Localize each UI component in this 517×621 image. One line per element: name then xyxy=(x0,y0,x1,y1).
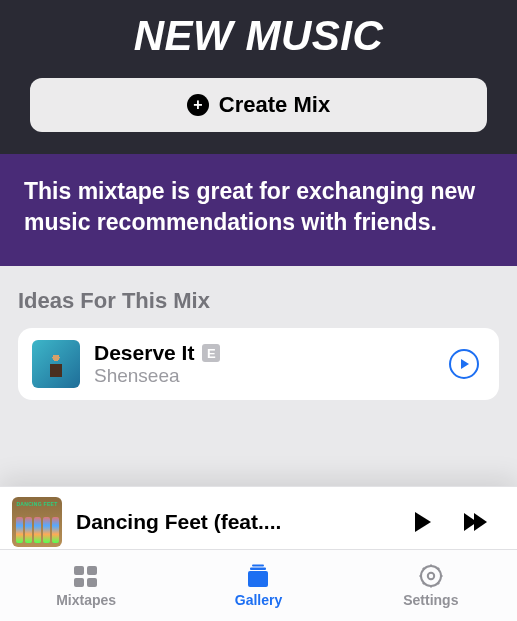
now-playing-cover: DANCING FEET xyxy=(12,497,62,547)
idea-info: Deserve It E Shenseea xyxy=(94,341,435,387)
svg-rect-4 xyxy=(248,571,268,587)
tab-settings[interactable]: Settings xyxy=(345,550,517,621)
plus-icon: + xyxy=(187,94,209,116)
cover-text: DANCING FEET xyxy=(16,501,57,507)
ideas-heading: Ideas For This Mix xyxy=(18,288,499,314)
hero-header: NEW MUSIC + Create Mix xyxy=(0,0,517,154)
svg-rect-1 xyxy=(87,566,97,575)
track-title: Deserve It xyxy=(94,341,194,365)
create-mix-label: Create Mix xyxy=(219,92,330,118)
play-button[interactable] xyxy=(401,502,441,542)
track-title-row: Deserve It E xyxy=(94,341,435,365)
page-title: NEW MUSIC xyxy=(30,12,487,60)
idea-item[interactable]: Deserve It E Shenseea xyxy=(18,328,499,400)
tab-bar: Mixtapes Gallery xyxy=(0,549,517,621)
explicit-badge: E xyxy=(202,344,220,362)
tab-gallery[interactable]: Gallery xyxy=(172,550,344,621)
tab-label: Settings xyxy=(403,592,458,608)
grid-icon xyxy=(71,563,101,589)
fast-forward-button[interactable] xyxy=(455,502,495,542)
svg-line-15 xyxy=(423,582,425,584)
svg-rect-6 xyxy=(252,565,264,567)
create-mix-button[interactable]: + Create Mix xyxy=(30,78,487,132)
svg-rect-0 xyxy=(74,566,84,575)
svg-rect-3 xyxy=(87,578,97,587)
svg-rect-2 xyxy=(74,578,84,587)
track-artist: Shenseea xyxy=(94,365,435,387)
album-cover xyxy=(32,340,80,388)
svg-line-14 xyxy=(437,582,439,584)
now-playing-bar[interactable]: DANCING FEET Dancing Feet (feat.... xyxy=(0,486,517,557)
tab-label: Mixtapes xyxy=(56,592,116,608)
tab-label: Gallery xyxy=(235,592,282,608)
svg-line-16 xyxy=(437,568,439,570)
preview-play-button[interactable] xyxy=(449,349,479,379)
now-playing-title: Dancing Feet (feat.... xyxy=(76,510,387,534)
tab-mixtapes[interactable]: Mixtapes xyxy=(0,550,172,621)
svg-line-13 xyxy=(423,568,425,570)
svg-rect-5 xyxy=(250,568,266,571)
mixtape-description: This mixtape is great for exchanging new… xyxy=(0,154,517,266)
svg-point-8 xyxy=(428,573,434,579)
gallery-icon xyxy=(243,563,273,589)
gear-icon xyxy=(416,563,446,589)
